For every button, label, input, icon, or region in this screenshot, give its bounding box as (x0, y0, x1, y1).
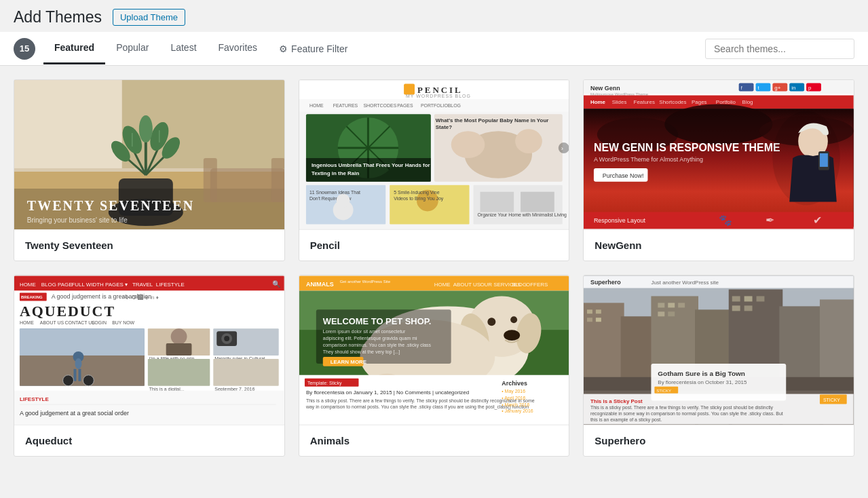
svg-text:LEARN MORE: LEARN MORE (330, 359, 366, 365)
svg-text:Just another WordPress site: Just another WordPress site (652, 280, 719, 286)
svg-text:Blog: Blog (742, 99, 753, 105)
theme-card-superhero[interactable]: Superhero Just another WordPress site Go… (583, 275, 854, 457)
tab-featured[interactable]: Featured (43, 33, 105, 64)
theme-screenshot-pencil: PENCIL MY WORDPRESS BLOG HOME FEATURES S… (299, 80, 569, 229)
svg-text:• March 2016: • March 2016 (502, 402, 529, 407)
svg-rect-216 (744, 305, 753, 311)
svg-text:SHORTCODES: SHORTCODES (363, 103, 396, 108)
theme-info-animals: Animals (299, 425, 569, 456)
svg-text:Get another WordPress Site: Get another WordPress Site (339, 280, 390, 284)
svg-text:New Genn: New Genn (590, 85, 620, 92)
svg-rect-203 (587, 309, 592, 313)
svg-text:OFFERS: OFFERS (526, 282, 548, 288)
svg-text:This is a sticky post. There a: This is a sticky post. There are a few t… (590, 405, 774, 410)
svg-text:LIFESTYLE: LIFESTYLE (20, 396, 49, 402)
page-title: Add Themes (14, 8, 102, 26)
theme-screenshot-twenty-seventeen: TWENTY SEVENTEEN Bringing your business'… (14, 80, 284, 229)
nav-tabs: Featured Popular Latest Favorites ⚙ Feat… (43, 33, 705, 64)
svg-text:Home: Home (590, 99, 606, 105)
upload-theme-button[interactable]: Upload Theme (113, 9, 185, 26)
tab-popular[interactable]: Popular (105, 33, 159, 64)
svg-rect-24 (271, 158, 284, 202)
theme-card-newgenn[interactable]: New Genn Multipurpose WordPress Theme f … (583, 79, 854, 261)
svg-text:WELCOME TO PET SHOP.: WELCOME TO PET SHOP. (322, 316, 430, 326)
svg-text:This is a sticky post. There a: This is a sticky post. There are a few t… (306, 398, 535, 404)
svg-rect-27 (404, 84, 415, 95)
svg-text:🔍: 🔍 (272, 280, 281, 288)
svg-text:State?: State? (435, 124, 451, 130)
svg-text:BUY NOW: BUY NOW (112, 320, 134, 325)
svg-text:adipiscing elit. Pellentesque : adipiscing elit. Pellentesque gravida qu… (322, 336, 417, 341)
svg-text:STICKY: STICKY (657, 389, 672, 393)
svg-text:They should show at the very t: They should show at the very top [...] (322, 349, 399, 355)
svg-text:›: › (561, 145, 563, 152)
svg-text:g+: g+ (775, 85, 781, 91)
svg-rect-204 (596, 309, 601, 313)
theme-count-badge: 15 (14, 38, 35, 60)
svg-rect-212 (732, 296, 740, 301)
theme-card-twenty-seventeen[interactable]: TWENTY SEVENTEEN Bringing your business'… (14, 79, 285, 261)
svg-text:A good judgement at a great so: A good judgement at a great social order (20, 410, 129, 417)
svg-rect-215 (732, 305, 740, 311)
theme-info-newgenn: NewGenn (584, 229, 854, 261)
theme-name-pencil: Pencil (310, 240, 340, 251)
svg-text:f ✤ ✪ 🅿 ◈ in ♦: f ✤ ✪ 🅿 ◈ in ♦ (122, 294, 159, 301)
svg-text:HOME: HOME (20, 320, 34, 325)
svg-text:Responsive Layout: Responsive Layout (594, 217, 646, 224)
svg-text:A WordPress Theme for Almost A: A WordPress Theme for Almost Anything (594, 156, 703, 163)
svg-text:LOGIN: LOGIN (92, 320, 107, 325)
search-input[interactable] (705, 39, 854, 59)
svg-text:Lorem ipsum dolor sit amet con: Lorem ipsum dolor sit amet consectetur (322, 329, 405, 334)
svg-point-170 (487, 318, 495, 326)
theme-screenshot-aqueduct: HOME BLOG PAGE FULL WIDTH PAGES ▾ TRAVEL… (14, 275, 284, 425)
theme-name-superhero: Superhero (595, 435, 645, 446)
svg-rect-101 (820, 153, 828, 167)
svg-text:STICKY: STICKY (823, 398, 840, 402)
svg-text:ABOUT US: ABOUT US (453, 282, 480, 288)
svg-text:5 Smile-Inducing Vine: 5 Smile-Inducing Vine (394, 190, 440, 195)
svg-rect-3 (14, 80, 122, 168)
theme-name-animals: Animals (310, 435, 350, 446)
tab-latest[interactable]: Latest (159, 33, 207, 64)
theme-info-superhero: Superhero (584, 425, 854, 456)
svg-text:NEW GENN IS RESPONSIVE THEME: NEW GENN IS RESPONSIVE THEME (594, 142, 780, 153)
theme-card-aqueduct[interactable]: HOME BLOG PAGE FULL WIDTH PAGES ▾ TRAVEL… (14, 275, 285, 457)
svg-rect-140 (166, 343, 192, 356)
svg-text:ABOUT US: ABOUT US (40, 320, 64, 325)
theme-name-twenty-seventeen: Twenty Seventeen (25, 240, 113, 251)
svg-text:Purchase Now!: Purchase Now! (603, 172, 644, 179)
svg-text:TWENTY SEVENTEEN: TWENTY SEVENTEEN (27, 198, 194, 213)
svg-point-52 (558, 142, 569, 153)
svg-text:PORTFOLIO: PORTFOLIO (421, 103, 449, 108)
svg-rect-23 (204, 158, 217, 202)
svg-point-58 (336, 194, 350, 208)
svg-text:PAGES: PAGES (397, 103, 413, 108)
theme-screenshot-newgenn: New Genn Multipurpose WordPress Theme f … (584, 80, 854, 229)
svg-rect-211 (668, 311, 675, 316)
svg-text:AQUEDUCT: AQUEDUCT (20, 303, 115, 320)
theme-card-pencil[interactable]: PENCIL MY WORDPRESS BLOG HOME FEATURES S… (299, 79, 570, 261)
svg-text:Gotham Sure is a Big Town: Gotham Sure is a Big Town (658, 370, 745, 377)
svg-text:• April 2016: • April 2016 (502, 396, 525, 401)
svg-text:BLOG PAGE: BLOG PAGE (41, 282, 73, 288)
svg-text:this is an example of a sticky: this is an example of a sticky post. (590, 417, 662, 423)
svg-text:in: in (792, 85, 796, 91)
svg-point-144 (224, 336, 229, 341)
svg-text:LIFESTYLE: LIFESTYLE (156, 282, 185, 288)
svg-text:p: p (808, 85, 812, 91)
svg-rect-64 (480, 192, 514, 212)
svg-rect-131 (73, 369, 76, 381)
tab-favorites[interactable]: Favorites (208, 33, 269, 64)
svg-text:Superhero: Superhero (590, 279, 621, 286)
svg-rect-208 (668, 303, 675, 307)
theme-name-newgenn: NewGenn (595, 240, 641, 251)
feature-filter[interactable]: ⚙ Feature Filter (268, 34, 358, 64)
svg-text:• January 2016: • January 2016 (502, 408, 533, 414)
page-header: Add Themes Upload Theme (0, 0, 868, 32)
svg-text:way in comparison to normal po: way in comparison to normal posts. You c… (305, 404, 529, 410)
svg-text:HOME: HOME (434, 282, 450, 288)
svg-text:🐾: 🐾 (719, 214, 732, 227)
theme-card-animals[interactable]: ANIMALS Get another WordPress Site HOME … (299, 275, 570, 457)
svg-rect-147 (213, 359, 278, 386)
svg-point-49 (515, 129, 542, 153)
